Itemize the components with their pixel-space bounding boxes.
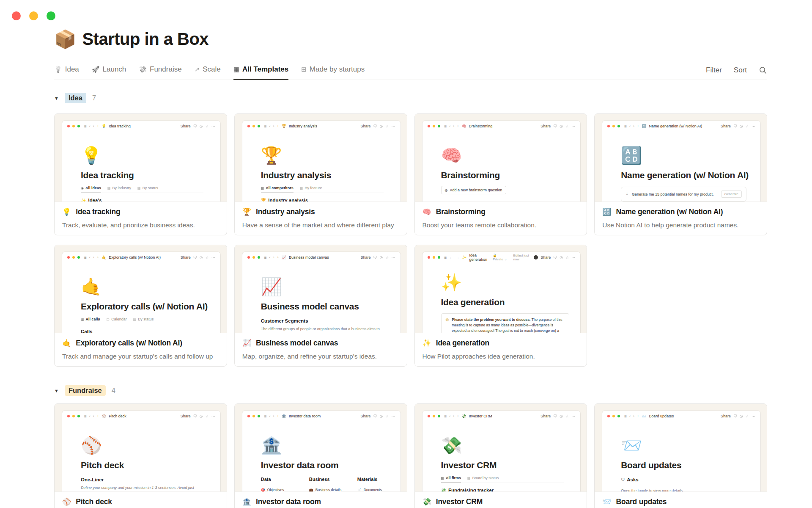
clock-icon: ◷: [200, 414, 203, 418]
mini-heading: Idea tracking: [81, 170, 220, 180]
mini-close-dot: [247, 256, 250, 259]
template-card-investor-crm[interactable]: ≡ ‹ › + 💸 Investor CRM Share 🗨 ◷ ☆ ⋯ 💸 I…: [414, 403, 587, 508]
card-description: Have a sense of the market and where dif…: [242, 221, 399, 229]
sort-button[interactable]: Sort: [734, 66, 747, 75]
template-card-pitch-deck[interactable]: ≡ ‹ › + ⚾ Pitch deck Share 🗨 ◷ ☆ ⋯ ⚾ Pit…: [54, 403, 227, 508]
template-card-idea-tracking[interactable]: ≡ ‹ › + 💡 Idea tracking Share 🗨 ◷ ☆ ⋯ 💡 …: [54, 113, 227, 235]
comment-icon: 🗨: [553, 255, 557, 260]
more-icon: ⋯: [211, 414, 215, 418]
mini-text: Open the toggle to view more details.: [621, 488, 743, 491]
tab-label: Fundraise: [150, 65, 182, 74]
rocket-icon: 🚀: [92, 66, 100, 73]
mini-icon: 💡: [81, 147, 220, 164]
view-icon: ▦: [261, 186, 264, 190]
comment-icon: 🗨: [373, 255, 377, 260]
forward-icon: ›: [453, 414, 454, 418]
mini-close-dot: [428, 415, 430, 417]
tab-label: Launch: [103, 65, 126, 74]
card-title: Investor CRM: [436, 497, 483, 506]
share-label: Share: [361, 255, 371, 260]
comment-icon: 🗨: [553, 124, 557, 128]
mini-minimize-dot: [72, 256, 75, 259]
mini-heading: Name generation (w/ Notion AI): [621, 170, 760, 180]
template-card-name-generation[interactable]: ≡ ‹ › + 🔠 Name generation (w/ Notion AI)…: [594, 113, 767, 235]
mini-minimize-dot: [612, 125, 615, 127]
card-description: How Pilot approaches idea generation.: [422, 353, 579, 360]
tab-idea[interactable]: 💡 Idea: [54, 65, 79, 80]
card-title: Brainstorming: [436, 207, 486, 216]
collapse-toggle-icon[interactable]: ▼: [54, 96, 59, 101]
tab-launch[interactable]: 🚀 Launch: [92, 65, 126, 80]
mini-window: ≡ ‹ › + 🔠 Name generation (w/ Notion AI)…: [602, 121, 760, 202]
mini-view-tabs: ▦All firms ▦Board by status: [441, 476, 564, 483]
brain-emoji: 🧠: [422, 208, 431, 215]
tab-all-templates[interactable]: ▦ All Templates: [233, 65, 288, 80]
mini-window-chrome: ≡ ‹ › + 📈 Business model canvas Share 🗨 …: [242, 252, 401, 263]
star-icon: ☆: [565, 414, 569, 418]
bulb-icon: ◍: [446, 317, 449, 333]
mini-minimize-dot: [252, 256, 255, 259]
mini-icon: 🏆: [261, 147, 401, 164]
mini-subheading: Asks: [627, 477, 639, 482]
clock-icon: ◷: [200, 124, 203, 128]
section-badge[interactable]: Idea: [65, 93, 86, 103]
comment-icon: 🗨: [373, 414, 377, 418]
template-card-board-updates[interactable]: ≡ ‹ › + 📨 Board updates Share 🗨 ◷ ☆ ⋯ 📨 …: [594, 403, 767, 508]
mini-page-emoji: 🏦: [282, 414, 286, 418]
mini-icon: ✨: [441, 274, 581, 291]
template-card-investor-data-room[interactable]: ≡ ‹ › + 🏦 Investor data room Share 🗨 ◷ ☆…: [234, 403, 407, 508]
close-button[interactable]: [12, 11, 21, 20]
template-card-brainstorming[interactable]: ≡ ‹ › + 🧠 Brainstorming Share 🗨 ◷ ☆ ⋯ 🧠 …: [414, 113, 587, 235]
view-icon: ▦: [81, 318, 84, 321]
view-icon: ◉: [81, 186, 84, 190]
more-icon: ⋯: [211, 124, 215, 128]
forward-icon: ›: [633, 414, 634, 418]
mini-icon: ⚾: [81, 437, 220, 454]
template-card-business-model-canvas[interactable]: ≡ ‹ › + 📈 Business model canvas Share 🗨 …: [234, 245, 407, 367]
mini-page-emoji: 📈: [282, 255, 286, 260]
mini-heading: Brainstorming: [441, 170, 581, 180]
forward-icon: ›: [93, 414, 94, 418]
share-label: Share: [361, 124, 371, 128]
template-card-idea-generation[interactable]: ≡ ← → + ✨ Idea generation 🔒 Private ⌄ Ed…: [414, 245, 587, 367]
plus-icon: +: [277, 124, 279, 128]
template-card-industry-analysis[interactable]: ≡ ‹ › + 🏆 Industry analysis Share 🗨 ◷ ☆ …: [234, 113, 407, 235]
tab-made-by-startups[interactable]: ⊞ Made by startups: [301, 65, 365, 80]
mini-heading: Investor data room: [261, 460, 401, 470]
share-label: Share: [181, 414, 191, 418]
plus-icon: +: [457, 414, 459, 418]
mini-window: ≡ ‹ › + 🤙 Exploratory calls (w/ Notion A…: [62, 252, 220, 333]
card-preview: ≡ ‹ › + 📈 Business model canvas Share 🗨 …: [235, 245, 407, 333]
clock-icon: ◷: [560, 255, 563, 260]
mini-window: ≡ ‹ › + ⚾ Pitch deck Share 🗨 ◷ ☆ ⋯ ⚾ Pit…: [62, 411, 220, 491]
star-icon: ☆: [206, 255, 209, 260]
view-icon: ▦: [300, 186, 303, 190]
tab-fundraise[interactable]: 💸 Fundraise: [139, 65, 181, 80]
share-label: Share: [181, 124, 191, 128]
mini-window-chrome: ≡ ‹ › + 🏆 Industry analysis Share 🗨 ◷ ☆ …: [242, 121, 401, 132]
section-badge[interactable]: Fundraise: [65, 385, 106, 396]
menu-icon: ≡: [264, 124, 267, 129]
maximize-button[interactable]: [47, 11, 55, 20]
card-preview: ≡ ‹ › + 🤙 Exploratory calls (w/ Notion A…: [55, 245, 227, 333]
tab-label: All Templates: [242, 65, 288, 74]
page-title: Startup in a Box: [82, 30, 208, 49]
template-card-exploratory-calls[interactable]: ≡ ‹ › + 🤙 Exploratory calls (w/ Notion A…: [54, 245, 227, 367]
section-count: 4: [112, 387, 115, 395]
mini-window: ≡ ‹ › + 🏦 Investor data room Share 🗨 ◷ ☆…: [242, 411, 401, 491]
collapse-toggle-icon[interactable]: ▼: [54, 388, 59, 393]
mini-view-tabs: ▦All calls ▢Calendar ▦By status: [81, 317, 203, 324]
share-label: Share: [361, 414, 371, 418]
mini-maximize-dot: [438, 125, 440, 127]
card-caption: ⚾Pitch deck: [55, 491, 227, 508]
forward-icon: ›: [273, 414, 274, 418]
tab-scale[interactable]: ↗ Scale: [195, 65, 221, 80]
clock-icon: ◷: [380, 414, 383, 418]
menu-icon: ≡: [444, 414, 447, 419]
mini-heading: Idea generation: [441, 297, 581, 307]
filter-button[interactable]: Filter: [706, 66, 722, 75]
back-icon: ‹: [449, 414, 450, 418]
search-icon[interactable]: [759, 66, 767, 75]
minimize-button[interactable]: [29, 11, 38, 20]
card-title: Name generation (w/ Notion AI): [616, 207, 723, 216]
